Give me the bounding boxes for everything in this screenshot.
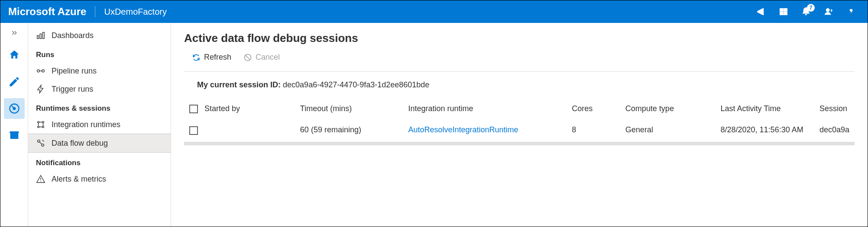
alert-icon	[36, 174, 45, 184]
svg-rect-8	[40, 34, 42, 38]
feedback-icon[interactable]	[823, 6, 834, 17]
sidebar-item-dashboards[interactable]: Dashboards	[28, 26, 171, 45]
pipeline-icon	[36, 66, 45, 76]
integration-icon	[36, 120, 45, 129]
cancel-label: Cancel	[256, 53, 280, 62]
cancel-icon	[243, 53, 252, 62]
debug-icon	[36, 138, 45, 148]
session-id-value: dec0a9a6-4927-4470-9fa3-1d2ee8601bde	[283, 80, 429, 89]
sidebar-item-label: Data flow debug	[52, 139, 108, 148]
col-integration-runtime[interactable]: Integration runtime	[403, 98, 567, 119]
toolbar: Refresh Cancel	[184, 53, 855, 62]
refresh-label: Refresh	[204, 53, 231, 62]
sidebar-item-label: Pipeline runs	[52, 67, 97, 76]
svg-point-10	[37, 70, 40, 72]
cell-cores: 8	[567, 119, 620, 141]
panel-icon[interactable]	[778, 6, 789, 17]
refresh-icon	[192, 53, 201, 62]
session-id-label: My current session ID:	[197, 80, 281, 89]
cell-timeout: 60 (59 remaining)	[295, 119, 403, 141]
megaphone-icon[interactable]	[756, 6, 766, 17]
svg-point-14	[38, 126, 39, 128]
sidebar-item-label: Trigger runs	[52, 85, 93, 94]
sidebar-section-runtimes: Runtimes & sessions	[28, 98, 171, 115]
svg-rect-0	[780, 9, 783, 11]
sidebar-item-pipeline-runs[interactable]: Pipeline runs	[28, 62, 171, 80]
cancel-button: Cancel	[243, 53, 280, 62]
svg-point-15	[42, 126, 44, 128]
col-session-id[interactable]: Session	[814, 98, 855, 119]
rail-manage[interactable]	[4, 125, 25, 146]
top-header: Microsoft Azure UxDemoFactory 7	[0, 0, 868, 23]
refresh-button[interactable]: Refresh	[192, 53, 231, 62]
sidebar-item-label: Alerts & metrics	[52, 175, 106, 184]
table-row[interactable]: 60 (59 remaining) AutoResolveIntegration…	[184, 119, 855, 141]
cell-integration-runtime-link[interactable]: AutoResolveIntegrationRuntime	[403, 119, 567, 141]
sidebar-item-trigger-runs[interactable]: Trigger runs	[28, 80, 171, 98]
svg-point-11	[42, 70, 45, 72]
cell-session-id: dec0a9a	[814, 119, 855, 141]
sidebar-item-label: Dashboards	[52, 31, 94, 40]
expand-rail-button[interactable]	[0, 27, 28, 38]
page-title: Active data flow debug sessions	[184, 32, 855, 45]
sidebar-section-runs: Runs	[28, 45, 171, 62]
header-divider	[95, 6, 95, 17]
sidebar-item-alerts[interactable]: Alerts & metrics	[28, 170, 171, 188]
col-compute-type[interactable]: Compute type	[620, 98, 716, 119]
select-all-checkbox[interactable]	[189, 105, 198, 113]
col-last-activity[interactable]: Last Activity Time	[716, 98, 814, 119]
notification-badge: 7	[807, 4, 815, 12]
col-started-by[interactable]: Started by	[184, 98, 295, 119]
icon-rail	[0, 23, 28, 227]
session-info: My current session ID: dec0a9a6-4927-447…	[184, 71, 855, 98]
sidebar-item-label: Integration runtimes	[52, 120, 120, 129]
bell-icon[interactable]: 7	[801, 6, 811, 17]
col-cores[interactable]: Cores	[567, 98, 620, 119]
sidebar-section-notifications: Notifications	[28, 153, 171, 170]
dashboard-icon	[36, 31, 45, 40]
rail-home[interactable]	[4, 45, 25, 65]
svg-point-12	[38, 121, 39, 123]
rail-monitor[interactable]	[4, 98, 25, 119]
sidebar-item-integration-runtimes[interactable]: Integration runtimes	[28, 115, 171, 134]
main-content: Active data flow debug sessions Refresh …	[171, 23, 868, 227]
svg-rect-1	[784, 9, 787, 11]
svg-rect-7	[37, 35, 39, 38]
sessions-table: Started by Timeout (mins) Integration ru…	[184, 98, 855, 141]
sidebar-item-data-flow-debug[interactable]: Data flow debug	[28, 134, 171, 153]
help-icon[interactable]	[846, 6, 856, 17]
horizontal-scrollbar[interactable]	[184, 142, 855, 145]
rail-edit[interactable]	[4, 71, 25, 92]
trigger-icon	[36, 84, 45, 94]
sidebar: Dashboards Runs Pipeline runs Trigger ru…	[28, 23, 171, 227]
project-name: UxDemoFactory	[104, 7, 166, 17]
cell-compute-type: General	[620, 119, 716, 141]
row-checkbox[interactable]	[189, 126, 198, 135]
brand-label: Microsoft Azure	[8, 6, 86, 18]
svg-rect-9	[43, 32, 45, 39]
svg-point-4	[826, 9, 829, 12]
svg-rect-3	[784, 12, 787, 15]
svg-point-13	[42, 121, 44, 123]
cell-last-activity: 8/28/2020, 11:56:30 AM	[716, 119, 814, 141]
svg-rect-2	[780, 12, 783, 15]
col-timeout[interactable]: Timeout (mins)	[295, 98, 403, 119]
